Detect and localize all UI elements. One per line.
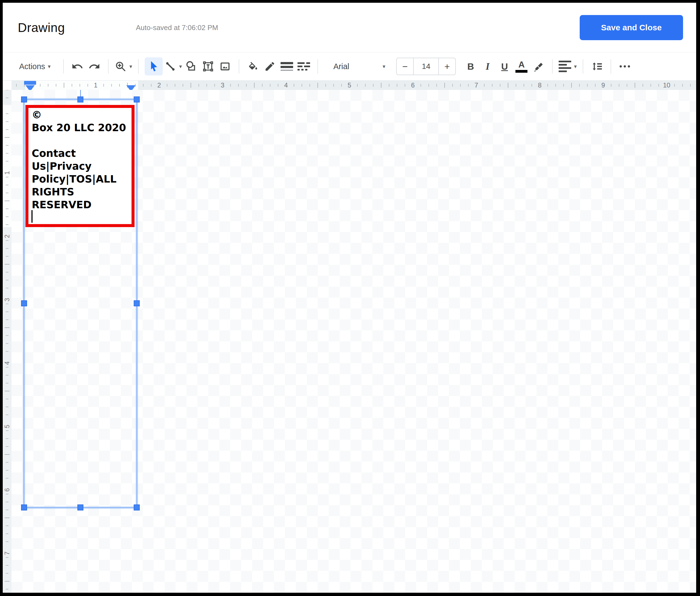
selection-handle-middle-right[interactable] — [134, 300, 140, 306]
ruler-number: 9 — [601, 81, 605, 90]
drawing-canvas[interactable]: © Box 20 LLC 2020 Contact Us|Privacy Pol… — [11, 90, 696, 593]
ruler-row: 12345678910 — [3, 81, 696, 90]
vertical-ruler: 1234567 — [3, 90, 11, 593]
toolbar-divider — [63, 59, 64, 74]
drawing-dialog: Drawing Auto-saved at 7:06:02 PM Save an… — [0, 0, 700, 596]
ruler-number: 3 — [4, 295, 11, 304]
underline-button[interactable]: U — [497, 58, 512, 75]
line-spacing-icon — [591, 60, 603, 73]
border-weight-button[interactable] — [279, 58, 295, 75]
actions-menu-button[interactable]: Actions ▾ — [17, 58, 53, 75]
line-spacing-button[interactable] — [589, 58, 605, 75]
italic-button[interactable]: I — [480, 58, 495, 75]
selection-handle-top-center[interactable] — [77, 97, 83, 102]
current-text-color-swatch — [516, 70, 527, 73]
fill-color-button[interactable] — [245, 58, 260, 75]
shape-tool-button[interactable] — [183, 58, 199, 75]
toolbar-divider — [610, 59, 611, 74]
decrease-font-size-button[interactable]: − — [397, 58, 413, 75]
horizontal-ruler: 12345678910 — [11, 81, 696, 90]
selection-handle-bottom-center[interactable] — [77, 504, 83, 511]
shape-tool-icon — [185, 60, 197, 73]
border-dash-icon — [298, 62, 310, 71]
autosave-status: Auto-saved at 7:06:02 PM — [136, 23, 218, 32]
dialog-header: Drawing Auto-saved at 7:06:02 PM Save an… — [3, 3, 696, 52]
image-tool-icon — [219, 60, 231, 73]
work-area: 1234567 © Box 20 LLC 2020 Contact Us|Pri… — [3, 90, 696, 593]
font-size-value[interactable]: 14 — [413, 58, 439, 75]
ruler-number: 6 — [411, 81, 415, 90]
dropdown-caret-icon: ▾ — [179, 63, 182, 70]
selection-handle-bottom-right[interactable] — [134, 504, 140, 511]
dropdown-caret-icon: ▾ — [382, 63, 385, 70]
image-tool-button[interactable] — [217, 58, 233, 75]
text-box[interactable]: © Box 20 LLC 2020 Contact Us|Privacy Pol… — [25, 105, 134, 227]
right-indent-marker[interactable] — [126, 85, 135, 90]
text-box-tool-button[interactable] — [200, 58, 216, 75]
toolbar-divider — [583, 59, 583, 74]
text-box-content: © Box 20 LLC 2020 Contact Us|Privacy Pol… — [28, 108, 131, 211]
font-family-select[interactable]: Arial ▾ — [329, 58, 389, 75]
text-cursor — [31, 210, 32, 223]
first-line-indent-marker[interactable] — [24, 81, 36, 85]
redo-icon — [88, 60, 100, 72]
toolbar: Actions ▾ ▾ — [3, 52, 696, 81]
ruler-number: 5 — [4, 422, 11, 431]
ruler-number: 4 — [284, 81, 288, 90]
ruler-number: 7 — [4, 549, 11, 558]
ruler-number: 7 — [474, 81, 478, 90]
line-tool-button[interactable]: ▾ — [164, 58, 182, 75]
actions-label: Actions — [19, 62, 45, 71]
ruler-number: 10 — [663, 81, 671, 90]
ruler-number: 3 — [221, 81, 224, 90]
align-icon — [559, 61, 571, 72]
line-tool-icon — [164, 60, 176, 72]
border-color-icon — [264, 61, 276, 72]
left-indent-marker[interactable] — [25, 85, 35, 90]
redo-button[interactable] — [87, 58, 102, 75]
align-button[interactable]: ▾ — [559, 58, 577, 75]
fill-color-icon — [247, 60, 259, 72]
zoom-in-icon — [115, 60, 127, 72]
dialog-title: Drawing — [18, 20, 65, 35]
ruler-highlight — [25, 81, 138, 90]
ruler-number: 5 — [348, 81, 351, 90]
border-color-button[interactable] — [262, 58, 278, 75]
zoom-button[interactable]: ▾ — [115, 58, 132, 75]
border-dash-button[interactable] — [296, 58, 311, 75]
select-arrow-icon — [147, 60, 160, 73]
ruler-number: 2 — [157, 81, 161, 90]
toolbar-divider — [108, 59, 108, 74]
ruler-number: 1 — [94, 81, 97, 90]
text-color-button[interactable]: A — [514, 58, 529, 75]
save-and-close-button[interactable]: Save and Close — [580, 15, 683, 40]
selection-handle-bottom-left[interactable] — [21, 504, 27, 511]
increase-font-size-button[interactable]: + — [439, 58, 455, 75]
select-tool-button[interactable] — [145, 57, 163, 75]
toolbar-divider — [318, 59, 318, 74]
more-icon — [620, 65, 622, 68]
selection-handle-top-left[interactable] — [21, 97, 27, 102]
border-weight-icon — [280, 62, 293, 71]
ruler-number: 8 — [538, 81, 542, 90]
text-color-icon: A — [519, 60, 525, 69]
dropdown-caret-icon: ▾ — [129, 63, 132, 70]
more-options-button[interactable] — [617, 58, 632, 75]
selection-handle-middle-left[interactable] — [21, 300, 27, 306]
toolbar-divider — [239, 59, 239, 74]
ruler-number: 2 — [4, 232, 11, 241]
toolbar-divider — [552, 59, 553, 74]
highlight-color-button[interactable] — [531, 58, 546, 75]
ruler-number: 6 — [4, 486, 11, 494]
toolbar-divider — [138, 59, 139, 74]
dropdown-caret-icon: ▾ — [574, 63, 577, 70]
bold-button[interactable]: B — [463, 58, 478, 75]
undo-button[interactable] — [70, 58, 85, 75]
font-family-value: Arial — [333, 62, 349, 71]
ruler-number: 1 — [4, 169, 11, 177]
undo-icon — [71, 60, 83, 72]
selection-handle-top-right[interactable] — [134, 97, 140, 102]
font-size-stepper: − 14 + — [396, 58, 456, 75]
text-box-tool-icon — [202, 60, 215, 73]
ruler-number: 4 — [4, 359, 11, 367]
